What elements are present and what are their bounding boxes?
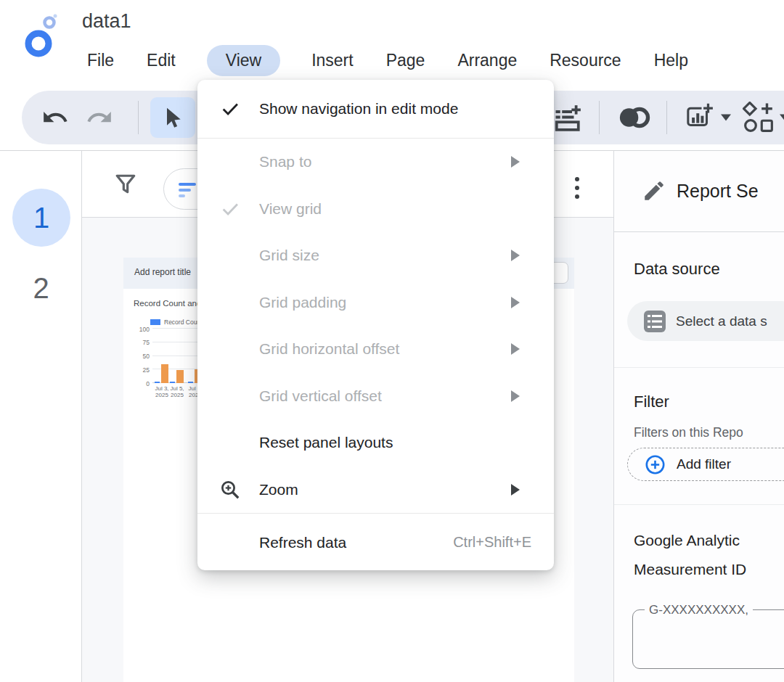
- data-source-heading: Data source: [634, 260, 720, 279]
- menu-item-label: Reset panel layouts: [259, 434, 393, 451]
- menubar-item-edit[interactable]: Edit: [145, 45, 177, 76]
- add-community-visualization-icon[interactable]: [743, 102, 775, 133]
- submenu-arrow-icon: [511, 250, 520, 261]
- view-menu-dropdown: Show navigation in edit mode Snap to Vie…: [197, 80, 554, 570]
- section-divider: [614, 504, 784, 505]
- ga-heading-line2: Measurement ID: [634, 561, 746, 578]
- canvas-more-options-kebab-icon[interactable]: [575, 177, 579, 199]
- menu-item-label: Grid horizontal offset: [259, 340, 399, 358]
- y-axis-tick-label: 25: [131, 366, 150, 374]
- menu-item-show-navigation[interactable]: Show navigation in edit mode: [197, 80, 554, 138]
- menu-item-label: Grid size: [259, 247, 319, 264]
- y-axis-tick-label: 100: [131, 326, 150, 333]
- add-circle-plus-icon: [645, 454, 666, 475]
- submenu-arrow-icon: [511, 484, 520, 496]
- checkmark-icon: [218, 99, 242, 119]
- pages-sidebar: 1 2: [0, 151, 82, 682]
- checkmark-icon: [218, 199, 242, 219]
- menu-item-label: Grid vertical offset: [259, 387, 382, 405]
- menu-item-grid-vertical-offset: Grid vertical offset: [197, 373, 554, 420]
- submenu-arrow-icon: [511, 343, 520, 355]
- section-divider: [614, 367, 784, 368]
- toolbar-divider: [599, 101, 600, 134]
- menu-item-label: Grid padding: [259, 294, 346, 311]
- legend-label-record-count: Record Count: [164, 319, 202, 326]
- menubar-item-help[interactable]: Help: [653, 45, 690, 76]
- measurement-id-input[interactable]: G-XXXXXXXXXX,: [632, 609, 784, 669]
- menu-item-label: Zoom: [259, 481, 298, 498]
- blend-data-icon[interactable]: [617, 104, 652, 131]
- menubar-item-file[interactable]: File: [86, 45, 115, 76]
- submenu-arrow-icon: [511, 390, 520, 402]
- menubar-item-view[interactable]: View: [207, 45, 280, 76]
- y-axis-tick-label: 50: [131, 353, 150, 360]
- menubar-item-insert[interactable]: Insert: [310, 45, 355, 76]
- bar: [161, 364, 168, 383]
- menu-item-grid-size: Grid size: [197, 232, 554, 279]
- menubar-item-resource[interactable]: Resource: [548, 45, 622, 76]
- bar: [176, 370, 184, 383]
- bar: [170, 382, 175, 383]
- menu-item-zoom[interactable]: Zoom: [197, 467, 554, 514]
- measurement-id-floating-label: G-XXXXXXXXXX,: [645, 603, 753, 617]
- menu-item-reset-panel-layouts[interactable]: Reset panel layouts: [197, 419, 554, 467]
- report-title-placeholder: Add report title: [134, 267, 191, 277]
- undo-icon[interactable]: [41, 104, 69, 131]
- report-settings-panel: Report Se Data source Select a data s Fi…: [613, 151, 784, 682]
- panel-title: Report Se: [677, 181, 759, 202]
- menu-item-snap-to: Snap to: [197, 139, 554, 186]
- filter-funnel-icon[interactable]: [114, 173, 137, 196]
- looker-studio-logo-icon: [22, 13, 61, 58]
- filter-heading: Filter: [634, 393, 669, 411]
- submenu-arrow-icon: [511, 156, 520, 168]
- edit-pencil-icon: [642, 178, 666, 203]
- menu-item-label: View grid: [259, 200, 322, 218]
- zoom-in-icon: [218, 479, 242, 501]
- toolbar-divider: [138, 101, 139, 134]
- data-source-icon: [643, 310, 666, 333]
- menu-item-view-grid: View grid: [197, 186, 554, 233]
- select-tool-cursor-icon[interactable]: [150, 97, 195, 138]
- menubar-item-page[interactable]: Page: [385, 45, 427, 76]
- menu-item-grid-padding: Grid padding: [197, 279, 554, 326]
- page-item-1[interactable]: 1: [12, 189, 70, 247]
- add-filter-button[interactable]: Add filter: [627, 448, 784, 481]
- y-axis-tick-label: 75: [131, 339, 150, 346]
- submenu-arrow-icon: [511, 297, 520, 308]
- redo-icon[interactable]: [86, 104, 113, 131]
- page-item-2[interactable]: 2: [0, 272, 82, 305]
- menubar-item-arrange[interactable]: Arrange: [456, 45, 518, 76]
- menu-item-grid-horizontal-offset: Grid horizontal offset: [197, 326, 554, 373]
- add-chart-icon[interactable]: [684, 102, 714, 133]
- app-header: data1 File Edit View Insert Page Arrange…: [0, 0, 784, 89]
- legend-swatch-record-count: [150, 319, 160, 325]
- menu-item-refresh-data[interactable]: Refresh data Ctrl+Shift+E: [197, 514, 554, 571]
- menu-item-label: Refresh data: [259, 534, 346, 551]
- report-settings-header: Report Se: [614, 151, 784, 232]
- add-community-visualization-dropdown-caret[interactable]: [780, 115, 784, 121]
- filter-lines-icon: [179, 183, 196, 200]
- add-data-icon[interactable]: [554, 103, 583, 132]
- add-chart-dropdown-caret[interactable]: [721, 115, 731, 121]
- bar: [155, 382, 160, 383]
- menu-item-shortcut: Ctrl+Shift+E: [453, 534, 531, 551]
- menu-item-label: Show navigation in edit mode: [259, 100, 458, 118]
- select-data-source-label: Select a data s: [676, 313, 767, 329]
- bar: [188, 382, 193, 383]
- filter-subtext: Filters on this Repo: [634, 425, 743, 440]
- document-title[interactable]: data1: [82, 10, 131, 33]
- menubar: File Edit View Insert Page Arrange Resou…: [86, 45, 690, 76]
- select-data-source-button[interactable]: Select a data s: [627, 301, 784, 341]
- menu-item-label: Snap to: [259, 153, 311, 170]
- toolbar-divider: [666, 101, 667, 134]
- add-filter-label: Add filter: [677, 456, 731, 472]
- ga-heading-line1: Google Analytic: [634, 532, 740, 549]
